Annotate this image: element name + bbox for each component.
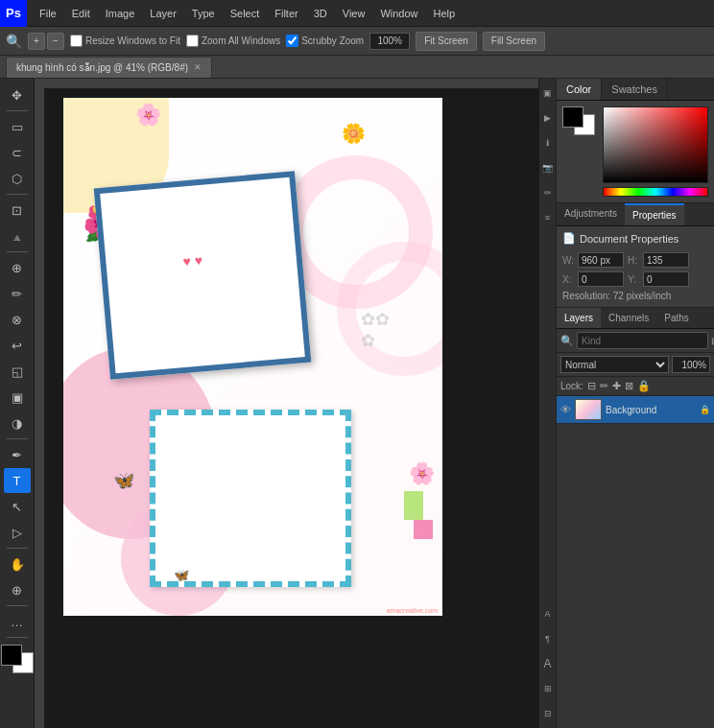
prop-tabs: Adjustments Properties: [557, 203, 714, 226]
tab-bar: khung hình có sẵn.jpg @ 41% (RGB/8#) ✕: [0, 56, 714, 79]
menu-select[interactable]: Select: [224, 4, 267, 23]
tab-adjustments[interactable]: Adjustments: [557, 203, 625, 225]
pen-tool[interactable]: ✒: [4, 442, 31, 467]
canvas-content[interactable]: 🌸 🌼 🌺 ♥ ♥ 🦋 🦋 🌸 ✿✿✿ amacreative.com: [63, 98, 442, 616]
type-tool[interactable]: T: [4, 468, 31, 493]
crop-tool[interactable]: ⊡: [4, 198, 31, 223]
resize-windows-group: Resize Windows to Fit: [70, 35, 180, 47]
close-tab-button[interactable]: ✕: [194, 62, 202, 72]
strip-sliders-icon[interactable]: ≡: [540, 206, 556, 229]
color-fg-swatch[interactable]: [562, 106, 583, 128]
strip-text-icon[interactable]: A: [540, 602, 556, 625]
fit-screen-button[interactable]: Fit Screen: [416, 32, 477, 51]
layer-thumb-image: [576, 400, 601, 419]
tab-layers[interactable]: Layers: [557, 308, 601, 328]
strip-brush-icon[interactable]: ✏: [540, 181, 556, 204]
layers-search-bar: 🔍 ⊟ 🔒 T: [557, 329, 714, 353]
lock-transparent-icon[interactable]: ⊟: [587, 380, 596, 392]
blend-mode-select[interactable]: Normal: [560, 356, 669, 373]
w-label: W:: [562, 255, 574, 266]
fg-bg-colors[interactable]: [1, 645, 34, 673]
healing-tool[interactable]: ⊕: [4, 255, 31, 280]
menu-window[interactable]: Window: [373, 4, 424, 23]
tab-paths[interactable]: Paths: [656, 308, 697, 328]
layer-name: Background: [606, 405, 696, 415]
zoom-out-button[interactable]: −: [47, 33, 64, 50]
menu-help[interactable]: Help: [427, 4, 463, 23]
strip-color-icon[interactable]: ▣: [540, 82, 556, 105]
history-brush-tool[interactable]: ↩: [4, 333, 31, 358]
canvas-area[interactable]: 🌸 🌼 🌺 ♥ ♥ 🦋 🦋 🌸 ✿✿✿ amacreative.com: [35, 79, 538, 728]
strip-para-icon[interactable]: ¶: [540, 627, 556, 650]
strip-play-icon[interactable]: ▶: [540, 106, 556, 129]
path-select-tool[interactable]: ↖: [4, 494, 31, 519]
zoom-tool-icon[interactable]: 🔍: [6, 34, 22, 49]
document-tab-title: khung hình có sẵn.jpg @ 41% (RGB/8#): [16, 62, 188, 73]
menu-edit[interactable]: Edit: [65, 4, 97, 23]
lock-artboard-icon[interactable]: ⊠: [625, 380, 633, 392]
resolution-row: Resolution: 72 pixels/inch: [562, 291, 708, 301]
more-tools[interactable]: …: [4, 609, 31, 634]
y-input[interactable]: [643, 271, 689, 287]
eyedropper-tool[interactable]: ⟁: [4, 223, 31, 248]
adjustments-properties-section: Adjustments Properties 📄 Document Proper…: [557, 203, 714, 308]
tab-properties[interactable]: Properties: [625, 203, 684, 225]
lock-label: Lock:: [560, 381, 583, 391]
foreground-color-swatch[interactable]: [1, 645, 22, 666]
fill-screen-button[interactable]: Fill Screen: [483, 32, 545, 51]
tab-channels[interactable]: Channels: [601, 308, 656, 328]
strip-info-icon[interactable]: ℹ: [540, 131, 556, 154]
doc-properties-title: 📄 Document Properties: [562, 232, 708, 245]
eraser-tool[interactable]: ◱: [4, 359, 31, 384]
dodge-tool[interactable]: ◑: [4, 411, 31, 435]
hand-tool[interactable]: ✋: [4, 552, 31, 576]
move-tool[interactable]: ✥: [4, 82, 31, 107]
brush-tool[interactable]: ✏: [4, 281, 31, 306]
color-spectrum[interactable]: [603, 106, 708, 183]
lock-all-icon[interactable]: 🔒: [637, 380, 651, 392]
strip-bigtext-icon[interactable]: A: [540, 652, 556, 675]
menu-filter[interactable]: Filter: [268, 4, 304, 23]
strip-table2-icon[interactable]: ⊟: [540, 702, 556, 725]
lasso-tool[interactable]: ⊂: [4, 140, 31, 165]
shape-tool[interactable]: ▷: [4, 520, 31, 545]
color-fg-bg[interactable]: [562, 106, 595, 135]
hue-slider[interactable]: [603, 187, 708, 197]
strip-table-icon[interactable]: ⊞: [540, 677, 556, 700]
resize-windows-checkbox[interactable]: [70, 35, 83, 47]
h-label: H:: [628, 255, 639, 266]
clone-tool[interactable]: ⊗: [4, 307, 31, 332]
height-input[interactable]: [643, 252, 689, 268]
butterfly-1: 🦋: [113, 470, 134, 491]
zoom-input[interactable]: [369, 33, 410, 50]
x-input[interactable]: [578, 271, 624, 287]
zoom-all-checkbox[interactable]: [186, 35, 199, 47]
zoom-tool[interactable]: ⊕: [4, 577, 31, 602]
layers-kind-filter[interactable]: [577, 332, 708, 349]
menu-3d[interactable]: 3D: [307, 4, 334, 23]
layer-visibility-eye[interactable]: 👁: [560, 404, 571, 415]
layer-thumbnail: [575, 399, 602, 420]
resize-windows-label: Resize Windows to Fit: [85, 35, 180, 46]
strip-camera-icon[interactable]: 📷: [540, 156, 556, 179]
flower-top-right: 🌼: [342, 122, 366, 145]
document-tab[interactable]: khung hình có sẵn.jpg @ 41% (RGB/8#) ✕: [6, 57, 212, 78]
menu-type[interactable]: Type: [185, 4, 222, 23]
color-panel-content: [557, 101, 714, 202]
zoom-in-button[interactable]: +: [28, 33, 45, 50]
quick-select-tool[interactable]: ⬡: [4, 166, 31, 191]
scrubby-zoom-checkbox[interactable]: [286, 35, 298, 47]
width-input[interactable]: [578, 252, 624, 268]
layer-background[interactable]: 👁 Background 🔒: [557, 396, 714, 424]
tab-color[interactable]: Color: [557, 79, 602, 100]
tab-swatches[interactable]: Swatches: [602, 79, 668, 100]
menu-view[interactable]: View: [336, 4, 372, 23]
gradient-tool[interactable]: ▣: [4, 385, 31, 410]
marquee-tool[interactable]: ▭: [4, 114, 31, 139]
lock-pixels-icon[interactable]: ✏: [600, 380, 608, 392]
menu-layer[interactable]: Layer: [143, 4, 183, 23]
menu-image[interactable]: Image: [99, 4, 142, 23]
menu-file[interactable]: File: [33, 4, 63, 23]
opacity-input[interactable]: [672, 356, 710, 373]
lock-position-icon[interactable]: ✚: [612, 380, 621, 392]
